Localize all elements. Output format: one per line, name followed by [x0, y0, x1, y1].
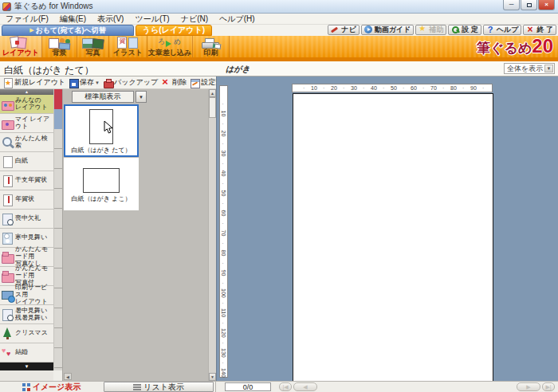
menu-item-4[interactable]: ナビ(N) [175, 14, 214, 25]
search-icon [1, 136, 15, 149]
toolbar-print-button[interactable]: 印刷 [193, 36, 230, 57]
layout-card-label: 白紙（はがき たて） [71, 146, 131, 155]
v-ruler-minor: · [220, 163, 226, 164]
sidebar-item-label: 喪中欠礼 [15, 215, 41, 222]
tab-back-layout[interactable]: うら(レイアウト) [136, 25, 212, 36]
thumbs-scroll-left[interactable]: ◀ [64, 373, 72, 380]
sidebar-item-暑中見舞い残暑見舞い[interactable]: 暑中見舞い 残暑見舞い [0, 305, 53, 324]
textmerge-icon: ろめ [158, 37, 182, 49]
h-ruler-minor: · [442, 85, 444, 91]
menu-item-0[interactable]: ファイル(F) [0, 14, 54, 25]
sidebar-item-印刷サビス用レイアウト[interactable]: 印刷サービス用 レイアウト [0, 286, 53, 305]
sidebar-item-年賀状[interactable]: 年賀状 [0, 190, 53, 210]
h-ruler-minor: · [422, 85, 424, 91]
menu-item-1[interactable]: 編集(E) [54, 14, 92, 25]
zoom-select[interactable]: 全体を表示 ▼ [504, 63, 555, 74]
backup-icon [103, 78, 113, 88]
action-保存-button[interactable]: 保存▼ [67, 77, 101, 88]
sidebar-item-かんたん検索[interactable]: かんたん検索 [0, 133, 53, 152]
question-icon [486, 25, 495, 34]
close-button[interactable]: × [538, 0, 555, 10]
action-label: 保存 [80, 77, 94, 88]
quick-button-label: ナビ [341, 25, 356, 35]
nav-first-button[interactable]: |◀ [279, 382, 292, 391]
logo-version: 20 [532, 37, 553, 56]
thumbs-scrollbar[interactable]: ▲ ▼ [208, 89, 216, 381]
menu-item-2[interactable]: 表示(V) [92, 14, 129, 25]
folder-users-icon [1, 98, 15, 111]
nav-last-button[interactable]: ▶| [542, 382, 555, 391]
layout-card-白紙はがきよこ[interactable]: 白紙（はがき よこ） [64, 158, 139, 210]
h-ruler-minor: · [323, 85, 324, 91]
scroll-down-icon[interactable]: ▼ [209, 373, 216, 381]
sidebar-item-クリスマス[interactable]: クリスマス [0, 324, 53, 343]
h-ruler-minor: · [343, 85, 344, 91]
v-ruler-tick: 100 [221, 288, 226, 297]
list-view-toggle[interactable]: リスト表示 [104, 382, 214, 392]
quick-button-2[interactable]: 補助 [415, 25, 446, 35]
quick-button-5[interactable]: 終 了 [523, 25, 556, 35]
toolbar-textmerge-button[interactable]: ろめ文章差し込み [147, 36, 193, 57]
chevron-down-icon[interactable]: ▼ [136, 91, 147, 103]
sidebar-item-喪中欠礼[interactable]: 喪中欠礼 [0, 210, 53, 229]
scroll-up-icon[interactable]: ▲ [209, 89, 216, 97]
sidebar-item-label: 暑中見舞い 残暑見舞い [15, 308, 47, 322]
toolbar-layout-button[interactable]: レイアウト [0, 36, 42, 57]
print-icon [199, 37, 223, 49]
quick-button-1[interactable]: 動画ガイド [361, 25, 415, 35]
layout-card-label: 白紙（はがき よこ） [71, 194, 131, 203]
sidebar-item-結婚[interactable]: 結婚 [0, 343, 53, 363]
card-icon [1, 194, 15, 206]
sidebar-item-みんなのレイアウト[interactable]: みんなの レイアウト [0, 95, 53, 114]
new-icon [3, 78, 14, 88]
toolbar-button-label: 写真 [86, 49, 100, 57]
toolbar-illust-button[interactable]: 賀イラスト [109, 36, 147, 57]
toolbar-photo-button[interactable]: 写真 [77, 36, 109, 57]
tab-front-address[interactable]: ▶ おもて(宛て名)へ切替 [2, 25, 134, 36]
sidebar-item-label: かんたん検索 [15, 135, 53, 150]
v-ruler-tick: 140 [221, 368, 226, 377]
scrollbar-thumb[interactable] [209, 97, 216, 118]
postcard-page[interactable] [293, 93, 493, 381]
quick-button-4[interactable]: ヘルプ [483, 25, 522, 35]
sidebar-item-label: 結婚 [15, 349, 28, 356]
minimize-button[interactable]: ─ [503, 0, 520, 10]
h-ruler-tick: 40 [369, 85, 379, 91]
sidebar-item-干支年賀状[interactable]: 干支年賀状 [0, 171, 53, 190]
h-ruler-minor: · [303, 85, 305, 91]
sidebar-item-白紙[interactable]: 白紙 [0, 152, 53, 171]
sidebar-scroll-up[interactable]: ▲ [0, 89, 53, 95]
v-ruler-minor: · [220, 302, 226, 304]
quick-button-3[interactable]: 設 定 [448, 25, 481, 35]
layout-card-白紙はがきたて[interactable]: 白紙（はがき たて） [64, 104, 139, 157]
header-row: 白紙（はがき たて） はがき 全体を表示 ▼ [0, 61, 558, 76]
sidebar-item-マイレイアウト[interactable]: マイ レイアウト [0, 114, 53, 133]
action-削除-button[interactable]: 削除 [159, 77, 188, 88]
v-ruler-minor: · [220, 103, 226, 104]
nav-next-button[interactable]: ▶ [517, 382, 540, 391]
quick-button-0[interactable]: ナビ [328, 25, 359, 35]
h-ruler-tick: 30 [349, 85, 359, 91]
folder-icon [1, 251, 15, 264]
menu-item-3[interactable]: ツール(T) [129, 14, 175, 25]
sidebar-scroll-down[interactable]: ▼ [0, 363, 53, 370]
action-新規レイアウト-button[interactable]: 新規レイアウト [2, 77, 67, 88]
nav-prev-button[interactable]: ◀ [293, 382, 317, 391]
h-ruler-tick: 50 [389, 85, 399, 91]
card-icon [1, 174, 15, 187]
toolbar-background-button[interactable]: 背景 [42, 36, 77, 57]
delete-icon [161, 78, 171, 88]
v-ruler-tick: 60 [221, 209, 226, 218]
chevron-down-icon[interactable]: ▼ [544, 65, 553, 73]
sort-order-select[interactable]: 標準順表示 [72, 91, 134, 103]
menu-item-5[interactable]: ヘルプ(H) [214, 14, 261, 25]
logo-name: 筆ぐるめ [477, 41, 532, 55]
toolbar-button-label: 文章差し込み [148, 49, 191, 57]
action-バックアップ-button[interactable]: バックアップ [101, 77, 159, 88]
image-view-toggle[interactable]: イメージ表示 [0, 382, 103, 392]
chevron-down-icon[interactable]: ▼ [95, 80, 100, 85]
action-label: バックアップ [114, 77, 158, 88]
v-ruler-tick: 10 [221, 109, 226, 118]
h-ruler-tick: 70 [429, 85, 438, 91]
maximize-button[interactable] [521, 0, 537, 10]
